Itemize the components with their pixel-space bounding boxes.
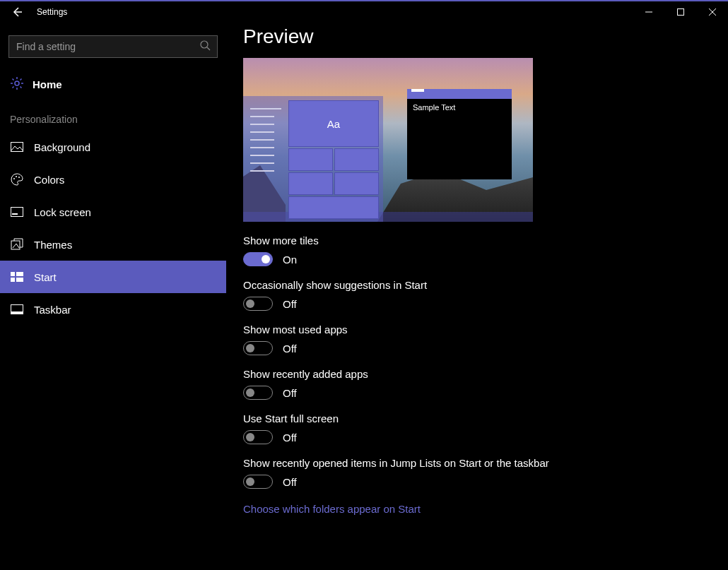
preview-window-stripe: [411, 89, 424, 92]
toggle-state: On: [283, 254, 297, 266]
window-title: Settings: [34, 7, 67, 17]
svg-point-5: [16, 176, 17, 177]
sidebar: Home Personalization Background Colors L…: [0, 23, 226, 570]
setting-label: Show recently added apps: [243, 368, 711, 380]
search-wrap: [8, 35, 218, 58]
minimize-icon: [645, 8, 652, 16]
preview-start-applist: [243, 96, 288, 222]
sidebar-item-themes[interactable]: Themes: [0, 228, 226, 261]
toggle-state: Off: [283, 387, 297, 399]
toggle-state: Off: [283, 298, 297, 310]
taskbar-icon: [10, 303, 24, 316]
close-icon: [709, 8, 716, 16]
toggle-jump-lists[interactable]: [243, 475, 273, 489]
setting-label: Show more tiles: [243, 234, 711, 247]
page-heading: Preview: [243, 25, 711, 48]
sidebar-item-label: Start: [34, 271, 57, 283]
start-icon: [10, 271, 24, 283]
svg-rect-3: [11, 143, 23, 152]
preview-sample-text: Sample Text: [407, 99, 512, 116]
svg-rect-7: [11, 208, 23, 217]
svg-rect-8: [12, 213, 18, 215]
gear-icon: [10, 76, 24, 93]
preview-sample-window: Sample Text: [407, 89, 512, 179]
svg-rect-15: [11, 311, 23, 314]
sidebar-item-label: Themes: [34, 239, 72, 251]
app-body: Home Personalization Background Colors L…: [0, 23, 728, 570]
preview-tile-large: Aa: [288, 100, 379, 147]
setting-suggestions: Occasionally show suggestions in Start O…: [243, 279, 711, 311]
palette-icon: [10, 173, 24, 186]
toggle-suggestions[interactable]: [243, 297, 273, 311]
sidebar-item-label: Colors: [34, 174, 64, 186]
svg-point-2: [15, 81, 19, 85]
minimize-button[interactable]: [633, 1, 664, 23]
start-preview: Aa Sample Text: [243, 58, 533, 222]
setting-label: Show most used apps: [243, 323, 711, 336]
setting-label: Occasionally show suggestions in Start: [243, 279, 711, 291]
setting-recently-added: Show recently added apps Off: [243, 368, 711, 400]
back-arrow-icon: [11, 6, 23, 18]
maximize-button[interactable]: [664, 1, 696, 23]
titlebar: Settings: [0, 1, 728, 23]
sidebar-section-title: Personalization: [0, 100, 226, 131]
toggle-most-used[interactable]: [243, 341, 273, 355]
svg-point-6: [18, 177, 20, 178]
sidebar-item-start[interactable]: Start: [0, 261, 226, 293]
sidebar-item-label: Background: [34, 141, 90, 153]
setting-label: Use Start full screen: [243, 412, 711, 424]
svg-point-1: [201, 41, 208, 48]
toggle-state: Off: [283, 343, 297, 355]
sidebar-home-label: Home: [33, 78, 62, 90]
toggle-full-screen[interactable]: [243, 430, 273, 444]
themes-icon: [10, 238, 24, 251]
svg-rect-13: [16, 278, 23, 282]
link-choose-folders[interactable]: Choose which folders appear on Start: [243, 503, 421, 515]
svg-point-4: [13, 178, 15, 179]
preview-start-menu: Aa: [243, 96, 383, 222]
toggle-state: Off: [283, 432, 297, 444]
svg-rect-11: [16, 272, 23, 276]
toggle-show-more-tiles[interactable]: [243, 252, 273, 266]
toggle-recently-added[interactable]: [243, 386, 273, 400]
maximize-icon: [677, 8, 684, 16]
svg-rect-0: [677, 9, 683, 16]
setting-label: Show recently opened items in Jump Lists…: [243, 457, 711, 469]
svg-rect-12: [11, 278, 15, 282]
sidebar-item-background[interactable]: Background: [0, 131, 226, 163]
setting-most-used: Show most used apps Off: [243, 323, 711, 355]
svg-rect-10: [11, 272, 15, 276]
window-controls: [633, 1, 728, 23]
sidebar-item-taskbar[interactable]: Taskbar: [0, 293, 226, 326]
lockscreen-icon: [10, 206, 24, 218]
svg-rect-9: [11, 241, 20, 249]
setting-jump-lists: Show recently opened items in Jump Lists…: [243, 457, 711, 489]
sidebar-item-label: Lock screen: [34, 206, 91, 218]
search-input[interactable]: [8, 35, 218, 58]
sidebar-item-label: Taskbar: [34, 304, 71, 316]
setting-show-more-tiles: Show more tiles On: [243, 234, 711, 266]
sidebar-home[interactable]: Home: [0, 69, 226, 100]
toggle-state: Off: [283, 476, 297, 488]
sidebar-item-lockscreen[interactable]: Lock screen: [0, 196, 226, 228]
back-button[interactable]: [0, 1, 34, 23]
sidebar-item-colors[interactable]: Colors: [0, 163, 226, 196]
close-button[interactable]: [696, 1, 728, 23]
search-icon: [199, 40, 211, 53]
preview-start-tiles: Aa: [288, 96, 383, 222]
picture-icon: [10, 141, 24, 153]
setting-full-screen: Use Start full screen Off: [243, 412, 711, 444]
main-content[interactable]: Preview Aa: [226, 23, 728, 570]
